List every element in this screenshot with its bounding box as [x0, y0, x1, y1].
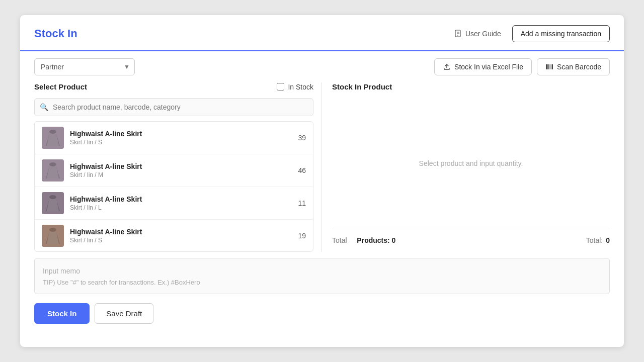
add-missing-button[interactable]: Add a missing transaction — [512, 25, 610, 42]
total-label: Total — [332, 236, 347, 244]
products-count: 0 — [392, 236, 396, 244]
user-guide-button[interactable]: User Guide — [449, 27, 506, 41]
product-info: Highwaist A-line SkirtSkirt / lin / M — [70, 162, 293, 178]
scan-barcode-label: Scan Barcode — [557, 63, 601, 71]
product-variant: Skirt / lin / L — [70, 204, 293, 211]
svg-rect-4 — [546, 64, 547, 69]
product-thumbnail — [42, 127, 64, 149]
product-variant: Skirt / lin / M — [70, 171, 293, 178]
svg-point-13 — [49, 162, 56, 166]
partner-dropdown[interactable]: Partner — [34, 58, 135, 75]
user-guide-label: User Guide — [465, 30, 501, 38]
search-icon: 🔍 — [40, 103, 48, 111]
svg-rect-7 — [550, 64, 550, 69]
list-item[interactable]: Highwaist A-line SkirtSkirt / lin / S19 — [35, 220, 313, 252]
upload-icon — [443, 63, 451, 71]
total-amount-section: Total: 0 — [586, 236, 610, 244]
right-panel-empty: Select product and input quantity. — [332, 98, 610, 229]
right-panel-header: Stock In Product — [332, 82, 610, 91]
left-panel: Select Product In Stock 🔍 Highwaist A-li… — [34, 82, 322, 252]
product-qty: 39 — [298, 134, 306, 142]
barcode-icon — [545, 63, 553, 71]
right-panel: Stock In Product Select product and inpu… — [322, 82, 610, 252]
svg-rect-6 — [548, 64, 549, 69]
page-title: Stock In — [34, 27, 77, 40]
svg-point-15 — [49, 195, 56, 199]
total-amount-label: Total: — [586, 236, 603, 244]
in-stock-label[interactable]: In Stock — [277, 83, 313, 91]
save-draft-button[interactable]: Save Draft — [95, 303, 153, 324]
footer-actions: Stock In Save Draft — [20, 294, 624, 336]
product-qty: 19 — [298, 232, 306, 240]
product-thumbnail — [42, 159, 64, 182]
in-stock-checkbox[interactable] — [277, 83, 284, 90]
memo-tip: TIP) Use "#" to search for transactions.… — [43, 279, 601, 286]
svg-point-11 — [49, 130, 56, 134]
partner-select-wrapper: Partner ▼ — [34, 58, 135, 75]
product-name: Highwaist A-line Skirt — [70, 130, 293, 138]
stock-in-excel-label: Stock In via Excel File — [454, 63, 523, 71]
product-info: Highwaist A-line SkirtSkirt / lin / L — [70, 195, 293, 211]
list-item[interactable]: Highwaist A-line SkirtSkirt / lin / L11 — [35, 187, 313, 220]
search-input[interactable] — [34, 98, 313, 116]
search-box: 🔍 — [34, 98, 313, 116]
scan-barcode-button[interactable]: Scan Barcode — [537, 58, 610, 75]
memo-box[interactable]: Input memo TIP) Use "#" to search for tr… — [34, 258, 610, 294]
memo-section: Input memo TIP) Use "#" to search for tr… — [20, 258, 624, 294]
product-name: Highwaist A-line Skirt — [70, 162, 293, 170]
main-content: Select Product In Stock 🔍 Highwaist A-li… — [20, 82, 624, 252]
product-qty: 46 — [298, 166, 306, 174]
stock-in-button[interactable]: Stock In — [34, 303, 90, 324]
product-variant: Skirt / lin / S — [70, 139, 293, 146]
in-stock-text: In Stock — [288, 83, 313, 91]
empty-message: Select product and input quantity. — [419, 159, 523, 167]
memo-placeholder: Input memo — [43, 265, 601, 277]
product-info: Highwaist A-line SkirtSkirt / lin / S — [70, 130, 293, 146]
stock-in-excel-button[interactable]: Stock In via Excel File — [434, 58, 532, 75]
toolbar-right: Stock In via Excel File Scan Barcode — [434, 58, 610, 75]
products-count-label: Products: 0 — [357, 236, 395, 244]
header-actions: User Guide Add a missing transaction — [449, 25, 610, 42]
app-container: Stock In User Guide Add a missing transa… — [20, 15, 624, 347]
product-name: Highwaist A-line Skirt — [70, 195, 293, 203]
list-item[interactable]: Highwaist A-line SkirtSkirt / lin / M46 — [35, 154, 313, 187]
page-header: Stock In User Guide Add a missing transa… — [20, 15, 624, 51]
stock-in-product-title: Stock In Product — [332, 82, 392, 91]
product-thumbnail — [42, 192, 64, 214]
toolbar: Partner ▼ Stock In via Excel File — [20, 51, 624, 82]
product-list: Highwaist A-line SkirtSkirt / lin / S39 … — [34, 121, 313, 252]
total-amount: 0 — [606, 236, 610, 244]
svg-rect-8 — [551, 64, 551, 69]
svg-rect-5 — [547, 64, 548, 69]
svg-point-17 — [49, 228, 56, 232]
left-panel-header: Select Product In Stock — [34, 82, 313, 91]
list-item[interactable]: Highwaist A-line SkirtSkirt / lin / S39 — [35, 122, 313, 154]
right-panel-footer: Total Products: 0 Total: 0 — [332, 229, 610, 251]
product-info: Highwaist A-line SkirtSkirt / lin / S — [70, 228, 293, 244]
select-product-title: Select Product — [34, 82, 87, 91]
product-thumbnail — [42, 225, 64, 247]
products-label: Products: — [357, 236, 389, 244]
product-variant: Skirt / lin / S — [70, 237, 293, 244]
total-section: Total Products: 0 — [332, 236, 395, 244]
product-name: Highwaist A-line Skirt — [70, 228, 293, 236]
svg-rect-9 — [552, 64, 553, 69]
book-icon — [454, 30, 462, 38]
product-qty: 11 — [298, 199, 306, 207]
